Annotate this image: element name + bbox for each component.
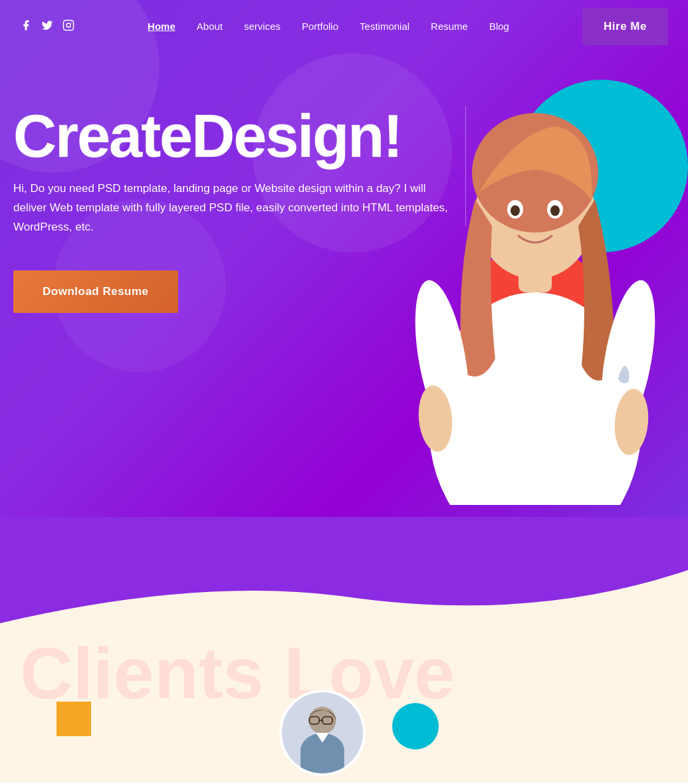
svg-point-9 — [511, 205, 520, 216]
social-links — [20, 19, 74, 35]
navbar: Home About services Portfolio Testimonia… — [0, 0, 688, 53]
nav-item-blog[interactable]: Blog — [489, 21, 509, 33]
hero-content: CreateDesign! Hi, Do you need PSD templa… — [13, 106, 452, 313]
orange-square-decoration — [57, 702, 91, 736]
nav-item-portfolio[interactable]: Portfolio — [302, 21, 338, 33]
nav-item-home[interactable]: Home — [148, 21, 175, 33]
nav-item-about[interactable]: About — [197, 21, 223, 33]
nav-link-services[interactable]: services — [244, 21, 281, 32]
nav-item-resume[interactable]: Resume — [431, 21, 468, 33]
wave-svg — [0, 517, 688, 623]
hero-title: CreateDesign! — [13, 106, 452, 166]
nav-item-testimonial[interactable]: Testimonial — [360, 21, 409, 33]
wave-transition — [0, 517, 688, 623]
svg-point-1 — [66, 23, 70, 27]
teal-dot-decoration — [392, 703, 439, 749]
hero-section: CreateDesign! Hi, Do you need PSD templa… — [0, 0, 688, 518]
twitter-icon[interactable] — [41, 19, 53, 35]
hire-me-button[interactable]: Hire Me — [582, 8, 668, 45]
download-resume-button[interactable]: Download Resume — [13, 270, 178, 313]
bottom-section: Clients Love — [0, 623, 688, 783]
nav-link-resume[interactable]: Resume — [431, 21, 468, 32]
testimonial-avatar — [279, 690, 366, 776]
instagram-icon[interactable] — [62, 19, 74, 35]
svg-point-2 — [70, 22, 72, 23]
nav-link-home[interactable]: Home — [148, 21, 175, 32]
svg-rect-0 — [64, 20, 74, 30]
nav-link-testimonial[interactable]: Testimonial — [360, 21, 409, 32]
nav-link-about[interactable]: About — [197, 21, 223, 32]
hero-title-text: CreateDesign! — [13, 103, 401, 169]
nav-links: Home About services Portfolio Testimonia… — [148, 21, 509, 33]
avatar-person-svg — [282, 690, 363, 776]
nav-link-portfolio[interactable]: Portfolio — [302, 21, 338, 32]
hero-description: Hi, Do you need PSD template, landing pa… — [13, 179, 452, 237]
nav-link-blog[interactable]: Blog — [489, 21, 509, 32]
svg-point-10 — [550, 205, 560, 216]
nav-item-services[interactable]: services — [244, 21, 281, 33]
facebook-icon[interactable] — [20, 19, 32, 35]
